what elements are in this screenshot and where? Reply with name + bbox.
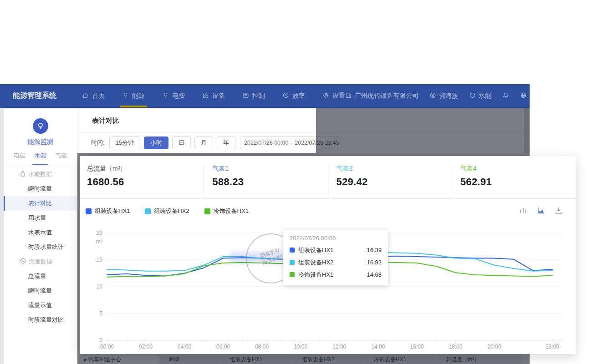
svg-text:0: 0	[99, 337, 102, 344]
sidebar-menu: 水能数据 瞬时流量 表计对比 用水量 水表示值 时段水量统计 流量数据 总流量 …	[4, 167, 77, 327]
tooltip-row: 组装设备HX2 16.92	[290, 256, 382, 268]
legend-swatch	[86, 208, 92, 214]
granularity-15min-button[interactable]: 15分钟	[109, 136, 140, 149]
sidebar-item-period-flow-compare[interactable]: 时段流量对比	[4, 313, 77, 327]
nav-item-settings[interactable]: 设置	[322, 84, 345, 107]
granularity-year-button[interactable]: 年	[217, 136, 235, 149]
svg-text:16:00: 16:00	[410, 344, 424, 350]
wave-circle-icon	[20, 258, 26, 265]
sidebar-item-flow-reading[interactable]: 流量示值	[4, 298, 77, 313]
svg-text:14:00: 14:00	[371, 344, 385, 350]
top-nav: 能源管理系统 首页 能源 电费 设备	[0, 84, 530, 108]
left-gutter	[0, 108, 4, 364]
energy-mode-label: 水能	[479, 92, 491, 100]
chart-toolbar	[519, 206, 563, 214]
tab-electric[interactable]: 电能	[13, 152, 26, 165]
gear-icon	[322, 92, 329, 100]
stat-label: 气表1	[212, 165, 327, 173]
svg-text:5: 5	[99, 310, 102, 317]
droplet-icon	[20, 171, 26, 178]
sidebar-item-instant-flow[interactable]: 瞬时流量	[4, 182, 77, 196]
tooltip-swatch	[290, 260, 295, 265]
scrollbar[interactable]	[524, 108, 530, 153]
energy-mode-switcher[interactable]: 水能	[469, 92, 491, 100]
sidebar-item-total-flow[interactable]: 总流量	[4, 269, 77, 283]
nav-item-energy[interactable]: 能源	[122, 84, 145, 107]
download-icon[interactable]	[555, 206, 563, 214]
menu-group-flow-data: 流量数据	[4, 254, 77, 269]
legend-item-hx2[interactable]: 组装设备HX2	[145, 207, 189, 215]
sidebar-item-water-usage[interactable]: 用水量	[4, 211, 77, 225]
sidebar-item-instant-flow-2[interactable]: 瞬时流量	[4, 283, 77, 298]
company-switcher[interactable]: 广州现代锻造有限公司	[345, 92, 418, 100]
granularity-month-button[interactable]: 月	[194, 136, 213, 149]
nav-item-control[interactable]: 控制	[242, 84, 265, 107]
svg-text:20: 20	[97, 230, 103, 236]
dim-overlay-right	[316, 108, 530, 153]
stat-value: 562.91	[460, 176, 576, 188]
chart-tooltip: 2022/07/26 00:00 组装设备HX1 16.39 组装设备HX2 1…	[283, 230, 388, 285]
granularity-hour-button[interactable]: 小时	[144, 136, 168, 149]
stat-gas-meter-2: 气表2 529.42	[328, 165, 452, 198]
sidebar: 能源监测 电能 水能 气能 水能数据 瞬时流量 表计对比 用水量 水表示值 时段…	[4, 108, 77, 364]
screenshot-stage: 能源管理系统 首页 能源 电费 设备	[0, 0, 592, 364]
module-title: 能源监测	[4, 138, 77, 146]
svg-text:12:00: 12:00	[332, 344, 346, 350]
bulb-icon	[122, 92, 129, 100]
legend-swatch	[145, 208, 151, 214]
legend-label: 组装设备HX1	[95, 207, 130, 215]
menu-group-label: 水能数据	[28, 170, 52, 178]
notifications-button[interactable]	[502, 92, 509, 100]
svg-text:m³: m³	[96, 238, 102, 245]
nav-item-home[interactable]: 首页	[82, 84, 105, 107]
tooltip-series-name: 组装设备HX2	[298, 258, 333, 267]
svg-text:06:00: 06:00	[216, 344, 230, 350]
stat-value: 1680.56	[87, 176, 204, 188]
bulb-icon	[162, 92, 169, 100]
bar-chart-icon[interactable]	[519, 206, 527, 214]
stats-row: 总流量（m³） 1680.56 气表1 588.23 气表2 529.42 气表…	[80, 156, 576, 199]
nav-item-electricity-fee[interactable]: 电费	[162, 84, 185, 107]
grid-icon	[202, 92, 209, 100]
nav-item-efficiency[interactable]: 效率	[282, 84, 305, 107]
tab-gas[interactable]: 气能	[54, 152, 68, 165]
user-menu[interactable]: 郭海波	[429, 92, 458, 100]
granularity-day-button[interactable]: 日	[172, 136, 191, 149]
sidebar-item-meter-compare[interactable]: 表计对比	[4, 196, 77, 211]
stat-label: 气表4	[460, 165, 576, 173]
nav-item-label: 首页	[92, 92, 105, 100]
tooltip-series-value: 14.68	[367, 271, 382, 278]
nav-item-label: 设置	[332, 92, 345, 100]
legend-item-hx1[interactable]: 组装设备HX1	[86, 207, 130, 215]
tooltip-timestamp: 2022/07/26 00:00	[290, 235, 382, 242]
svg-text:02:00: 02:00	[139, 344, 153, 350]
svg-text:23:00: 23:00	[546, 344, 559, 350]
stat-label: 总流量（m³）	[87, 165, 204, 173]
app-title: 能源管理系统	[13, 91, 56, 101]
area-chart-icon[interactable]	[537, 206, 545, 214]
tab-water[interactable]: 水能	[33, 152, 47, 165]
stat-total-flow: 总流量（m³） 1680.56	[80, 165, 204, 198]
circle-icon	[469, 92, 476, 100]
time-filter-label: 时间:	[91, 139, 105, 147]
legend-swatch	[204, 208, 210, 214]
module-bulb-icon	[33, 118, 48, 134]
stat-label: 气表2	[337, 165, 452, 173]
nav-item-label: 控制	[252, 92, 265, 100]
building-icon	[345, 92, 352, 100]
nav-item-devices[interactable]: 设备	[202, 84, 225, 107]
globe-icon	[520, 92, 527, 100]
tooltip-series-name: 冷饰设备HX1	[298, 271, 333, 279]
sidebar-item-meter-reading[interactable]: 水表示值	[4, 225, 77, 240]
tooltip-row: 冷饰设备HX1 14.68	[290, 268, 382, 281]
legend-item-cold-hx1[interactable]: 冷饰设备HX1	[204, 207, 249, 215]
nav-menu: 首页 能源 电费 设备 控制	[82, 84, 345, 107]
svg-text:00:00: 00:00	[100, 344, 114, 350]
legend-label: 组装设备HX2	[154, 207, 189, 215]
sidebar-item-period-water-stats[interactable]: 时段水量统计	[4, 240, 77, 254]
nav-item-label: 能源	[132, 92, 145, 100]
tooltip-swatch	[290, 272, 295, 277]
language-button[interactable]	[520, 92, 527, 100]
svg-text:18:00: 18:00	[449, 344, 462, 350]
svg-text:10:00: 10:00	[294, 344, 307, 350]
